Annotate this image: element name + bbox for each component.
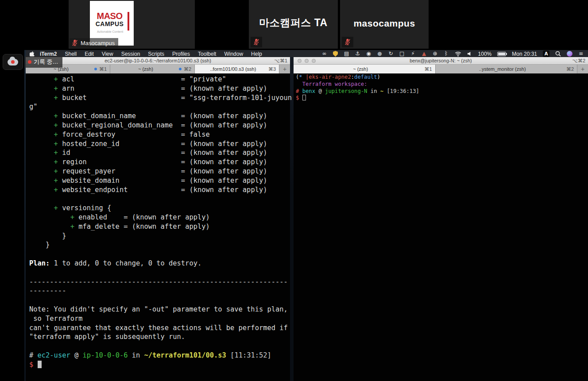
tab-shortcut: ⌘2: [184, 66, 191, 72]
lightning-icon[interactable]: ⚡: [410, 50, 416, 57]
battery-icon[interactable]: [497, 50, 506, 57]
participant-name: 마소캠퍼스 TA: [249, 16, 338, 30]
menu-item-help[interactable]: Help: [247, 51, 266, 57]
tab-shortcut: ⌘2: [566, 66, 574, 72]
status-icon-cluster: ∞▤⚓◉●↻□⚡▲⊕ᛒ100%Mon 20:31A≡: [322, 50, 584, 57]
menu-item-toolbelt[interactable]: Toolbelt: [194, 51, 220, 57]
menu-item-profiles[interactable]: Profiles: [168, 51, 194, 57]
docker-icon[interactable]: ⚓: [355, 50, 360, 57]
left-terminal-text[interactable]: + acl = "private" + arn = (known after a…: [29, 75, 292, 369]
tab-label: ~ (zsh): [297, 66, 424, 72]
tab-shortcut: ⌘3: [268, 66, 276, 72]
participant-tile-masocampus: MASO CAMPUS Actionable Content Masocampu…: [69, 0, 195, 49]
terminal-cursor: [38, 361, 42, 368]
spinner-icon[interactable]: ↻: [388, 50, 394, 57]
recording-text: 기록 중…: [34, 58, 58, 66]
menu-item-scripts[interactable]: Scripts: [144, 51, 168, 57]
right-window-titlebar[interactable]: benx@jupitersong-N: ~ (zsh) ⌥⌘2: [294, 57, 588, 65]
left-tab-bar: ~ (zsh)⌘1~ (zsh)⌘2..form101/00.s3 (ssh)⌘…: [26, 65, 290, 73]
left-window-title: ec2-user@ip-10-0-0-6:~/terraform101/00.s…: [26, 58, 290, 63]
spotlight-icon[interactable]: [555, 50, 561, 57]
gray-circle-icon[interactable]: ●: [377, 50, 383, 57]
menu-bar: iTerm2ShellEditViewSessionScriptsProfile…: [26, 50, 588, 58]
participant-tile-masocampus2: masocampus: [340, 0, 429, 49]
screen-share-view: MASO CAMPUS Actionable Content Masocampu…: [0, 0, 588, 381]
clipboard-icon[interactable]: ▤: [344, 50, 349, 57]
activity-dot-icon: [179, 68, 182, 70]
bluetooth-icon[interactable]: ᛒ: [444, 50, 449, 57]
muted-mic-icon: [71, 39, 78, 46]
right-tab-1[interactable]: ~ (zsh)⌘1: [294, 65, 436, 73]
terminal-cursor-inactive: [302, 95, 306, 100]
clock-label[interactable]: Mon 20:31: [512, 51, 537, 57]
menu-item-shell[interactable]: Shell: [61, 51, 81, 57]
right-terminal-text[interactable]: (* |eks-air-apne2:default) Terraform wor…: [296, 74, 419, 102]
participant-tile-ta: 마소캠퍼스 TA: [249, 0, 338, 49]
menu-item-window[interactable]: Window: [220, 51, 247, 57]
muted-mic-icon: [251, 37, 262, 47]
battery-label[interactable]: 100%: [478, 51, 492, 57]
rocket-icon[interactable]: ▲: [422, 50, 427, 57]
left-new-tab-button[interactable]: +: [279, 65, 290, 73]
creative-cloud-icon[interactable]: ◉: [366, 50, 371, 57]
window-icon[interactable]: □: [399, 50, 405, 57]
tab-label: ..ystem_monitor (zsh): [439, 66, 566, 72]
recording-label: 기록 중…: [25, 56, 62, 68]
recording-dot-icon: [28, 60, 31, 64]
right-tab-2[interactable]: ..ystem_monitor (zsh)⌘2: [436, 65, 578, 73]
right-terminal-pane[interactable]: [294, 73, 588, 381]
left-window-shortcut: ⌥⌘1: [274, 58, 287, 64]
activity-dot-icon: [94, 68, 97, 70]
siri-icon[interactable]: [567, 50, 573, 57]
logo-red-bar: [128, 12, 129, 31]
left-tab-3[interactable]: ..form101/00.s3 (ssh)⌘3: [195, 65, 279, 73]
right-new-tab-button[interactable]: +: [577, 65, 588, 73]
volume-icon[interactable]: [467, 50, 472, 57]
input-source-icon[interactable]: A: [543, 50, 549, 57]
muted-mic-icon: [342, 37, 353, 47]
participant-name-tag: Masocampus: [70, 38, 118, 48]
left-tab-2[interactable]: ~ (zsh)⌘2: [110, 65, 195, 73]
right-window-shortcut: ⌥⌘2: [572, 58, 585, 64]
shield-icon[interactable]: [333, 50, 338, 57]
control-center-icon[interactable]: ≡: [578, 50, 584, 57]
participant-name: masocampus: [340, 18, 429, 29]
tab-label: ..form101/00.s3 (ssh): [198, 66, 268, 72]
tab-label: ~ (zsh): [113, 66, 178, 72]
left-window-titlebar[interactable]: ec2-user@ip-10-0-0-6:~/terraform101/00.s…: [26, 57, 290, 65]
menu-item-view[interactable]: View: [98, 51, 117, 57]
tab-shortcut: ⌘1: [424, 66, 432, 72]
eyeglasses-icon[interactable]: ∞: [322, 50, 327, 57]
menu-item-edit[interactable]: Edit: [81, 51, 98, 57]
globe-icon[interactable]: ⊕: [433, 50, 438, 57]
tab-shortcut: ⌘1: [99, 66, 107, 72]
right-window-title: benx@jupitersong-N: ~ (zsh): [294, 58, 588, 63]
menu-items: iTerm2ShellEditViewSessionScriptsProfile…: [36, 51, 266, 57]
logo-text-sub: Actionable Content: [90, 30, 134, 33]
menu-item-session[interactable]: Session: [117, 51, 144, 57]
cloud-recording-icon[interactable]: [3, 54, 23, 70]
participant-name: Masocampus: [81, 40, 115, 46]
wifi-icon[interactable]: [455, 50, 461, 57]
right-tab-bar: ~ (zsh)⌘1..ystem_monitor (zsh)⌘2+: [294, 65, 588, 73]
